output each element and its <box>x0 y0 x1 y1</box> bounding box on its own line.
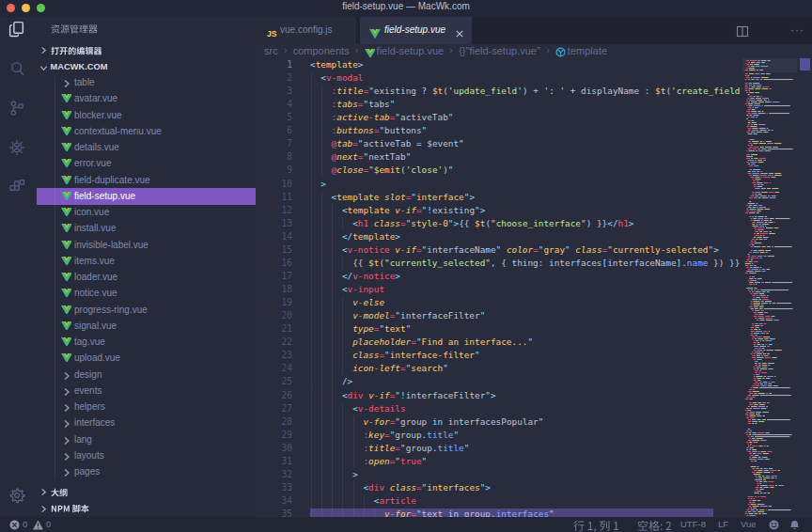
code-token: " <box>464 443 470 453</box>
code-token: > <box>395 271 400 281</box>
tree-item-lang[interactable]: lang <box>34 431 256 447</box>
code-content[interactable]: <template> <v-modal :title="existing ? $… <box>310 58 742 517</box>
tree-item-signal.vue[interactable]: signal.vue <box>34 318 256 334</box>
code-token: > <box>491 390 496 400</box>
breadcrumb-item[interactable]: {}"field-setup.vue" <box>459 44 540 57</box>
indentation-setting[interactable] <box>637 517 672 532</box>
source-control-icon[interactable] <box>8 99 26 117</box>
tree-item-events[interactable]: events <box>34 383 256 399</box>
code-token: " <box>448 164 454 175</box>
eol-setting[interactable]: LF <box>718 517 728 532</box>
tree-item-label: interfaces <box>74 417 115 428</box>
close-tab-icon[interactable] <box>455 25 464 35</box>
code-token: Find an interface... <box>422 336 528 347</box>
code-token: style-0 <box>411 218 448 228</box>
breadcrumb-item[interactable]: field-setup.vue <box>377 44 445 57</box>
tab-vue-config-js[interactable]: JSvue.config.js <box>256 17 356 44</box>
notifications-bell-icon[interactable] <box>789 520 800 532</box>
code-token: buttons <box>384 125 422 135</box>
problems-warnings[interactable] <box>33 520 43 532</box>
minimap[interactable] <box>742 58 797 517</box>
tree-item-tag.vue[interactable]: tag.vue <box>34 335 256 351</box>
section-root-folder[interactable]: MACWK.COM <box>34 60 256 76</box>
tree-item-label: design <box>74 369 102 380</box>
tree-item-notice.vue[interactable]: notice.vue <box>34 286 256 302</box>
scrollbar[interactable] <box>797 58 812 517</box>
more-actions-button[interactable]: ··· <box>790 17 804 44</box>
code-token: $t <box>432 86 443 96</box>
tree-item-blocker.vue[interactable]: blocker.vue <box>34 107 256 123</box>
breadcrumbs: src›components›field-setup.vue›{}"field-… <box>256 44 812 58</box>
extensions-icon[interactable] <box>8 178 26 196</box>
tree-item-helpers[interactable]: helpers <box>34 399 256 415</box>
code-token: > <box>485 482 491 493</box>
code-token: title <box>368 443 395 453</box>
tree-item-install.vue[interactable]: install.vue <box>34 221 256 237</box>
tree-item-items.vue[interactable]: items.vue <box>34 253 256 269</box>
line-number: 33 <box>281 481 292 494</box>
tree-item-table[interactable]: table <box>34 75 256 91</box>
breadcrumb-item[interactable]: template <box>568 44 607 57</box>
minimap-slider[interactable] <box>742 58 797 72</box>
code-token: v-for <box>384 509 411 517</box>
code-token <box>310 456 363 466</box>
code-token: open <box>368 456 390 466</box>
code-line: :key="group.title" <box>310 429 459 442</box>
tree-item-error.vue[interactable]: error.vue <box>34 156 256 172</box>
scrollbar-thumb[interactable] <box>800 58 810 70</box>
tree-item-avatar.vue[interactable]: avatar.vue <box>34 91 256 107</box>
tab-field-setup-vue[interactable]: field-setup.vue <box>360 17 472 44</box>
code-token: title <box>336 86 363 96</box>
code-token: }) }} <box>708 258 740 268</box>
sidebar-title <box>51 22 98 39</box>
code-token: $t <box>655 86 665 96</box>
line-number: 24 <box>281 362 292 375</box>
tree-item-upload.vue[interactable]: upload.vue <box>34 351 256 367</box>
line-number: 22 <box>281 336 292 349</box>
code-token: next <box>336 151 358 162</box>
vue-file-icon <box>61 257 71 266</box>
code-token: interfaces <box>496 509 549 517</box>
tree-item-pages[interactable]: pages <box>34 464 256 480</box>
tree-item-details.vue[interactable]: details.vue <box>34 140 256 156</box>
debug-icon[interactable] <box>8 138 26 157</box>
problems-errors[interactable] <box>9 520 20 532</box>
tree-item-layouts[interactable]: layouts <box>34 447 256 463</box>
code-token: interfaceName <box>427 244 495 255</box>
explorer-sidebar: MACWK.COMtableavatar.vueblocker.vueconte… <box>34 17 256 517</box>
tree-item-field-setup.vue[interactable]: field-setup.vue <box>37 188 256 204</box>
code-token: title <box>438 443 464 453</box>
settings-gear-icon[interactable] <box>8 486 26 505</box>
explorer-icon[interactable] <box>8 20 26 39</box>
code-editor[interactable]: 1234567891011121314151617181920212223242… <box>256 58 812 517</box>
tree-item-interfaces[interactable]: interfaces <box>34 415 256 431</box>
search-icon[interactable] <box>8 59 26 78</box>
tree-item-design[interactable]: design <box>34 367 256 383</box>
tree-item-field-duplicate.vue[interactable]: field-duplicate.vue <box>34 172 256 188</box>
tree-item-progress-ring.vue[interactable]: progress-ring.vue <box>34 302 256 318</box>
code-token: $t <box>368 258 379 268</box>
section-open-editors[interactable] <box>34 42 256 58</box>
tree-item-contextual-menu.vue[interactable]: contextual-menu.vue <box>34 123 256 139</box>
tree-item-label: details.vue <box>74 142 119 152</box>
code-token: " <box>422 125 428 135</box>
code-token: template <box>352 231 395 242</box>
feedback-icon[interactable] <box>769 520 779 532</box>
tree-item-label: avatar.vue <box>74 93 117 103</box>
code-token: name <box>687 258 709 268</box>
section-outline[interactable] <box>34 484 256 500</box>
tree-item-icon.vue[interactable]: icon.vue <box>34 205 256 221</box>
code-token <box>310 350 352 360</box>
tree-item-loader.vue[interactable]: loader.vue <box>34 270 256 286</box>
encoding[interactable]: UTF-8 <box>680 517 706 532</box>
tree-item-invisible-label.vue[interactable]: invisible-label.vue <box>34 237 256 253</box>
language-mode[interactable]: Vue <box>741 517 757 532</box>
breadcrumb-item[interactable]: components <box>293 44 350 57</box>
code-line: icon-left="search" <box>310 362 448 375</box>
code-token: /> <box>342 376 352 386</box>
code-token: interfacesPopular <box>443 416 539 427</box>
breadcrumb-item[interactable]: src <box>264 44 278 57</box>
section-npm-scripts[interactable] <box>34 501 256 517</box>
cursor-position[interactable] <box>573 517 619 532</box>
code-token: > <box>480 205 486 215</box>
